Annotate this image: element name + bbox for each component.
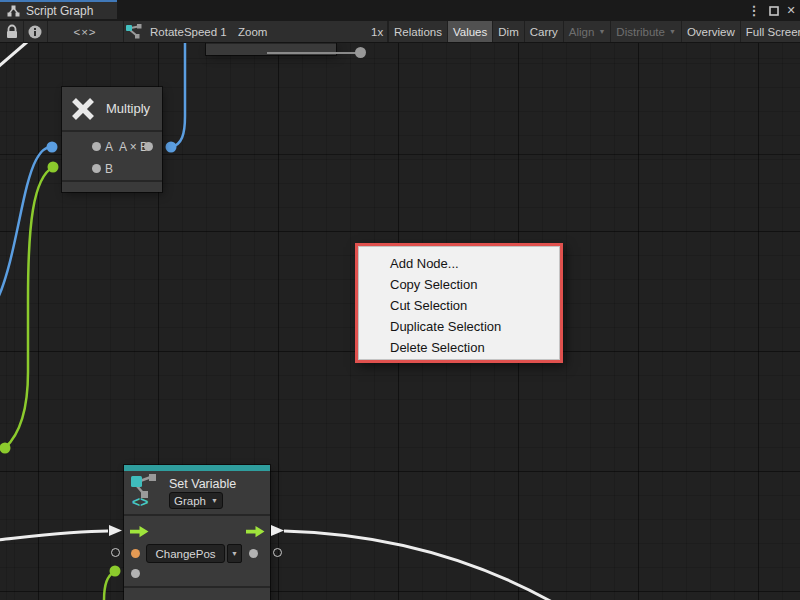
multiply-node-header[interactable]: Multiply bbox=[62, 87, 162, 130]
variable-name-dropdown-button[interactable]: ▼ bbox=[227, 544, 242, 563]
toolbar-buttons: Relations Values Dim Carry Align ▼ Distr… bbox=[388, 21, 800, 42]
lock-button[interactable] bbox=[0, 21, 23, 42]
wire-arrowhead-in bbox=[109, 525, 123, 537]
chevron-down-icon: ▼ bbox=[598, 28, 605, 35]
zoom-slider-handle[interactable] bbox=[355, 47, 366, 58]
unconnected-port-circle-left[interactable] bbox=[111, 548, 120, 557]
multiply-port-b-label: B bbox=[105, 162, 113, 176]
graph-node-icon bbox=[126, 24, 143, 39]
menu-item-copy-selection[interactable]: Copy Selection bbox=[358, 274, 560, 295]
chevron-down-icon: ▼ bbox=[669, 28, 676, 35]
separator bbox=[124, 514, 270, 516]
graph-breadcrumb[interactable]: RotateSpeed 1 bbox=[126, 21, 227, 42]
set-variable-icon: <> bbox=[130, 473, 162, 509]
variable-scope-dropdown[interactable]: Graph ▼ bbox=[169, 492, 223, 509]
align-label: Align bbox=[569, 26, 595, 38]
svg-text:<>: <> bbox=[132, 494, 148, 509]
separator bbox=[124, 586, 270, 588]
set-variable-node[interactable]: <> Set Variable Graph ▼ ChangePos ▼ bbox=[124, 465, 270, 600]
tab-bar: Script Graph ⋮ ✕ bbox=[0, 0, 800, 21]
set-variable-title: Set Variable bbox=[169, 477, 236, 491]
code-view-button[interactable]: <×> bbox=[47, 21, 123, 42]
zoom-value: 1x bbox=[371, 21, 383, 42]
values-button[interactable]: Values bbox=[447, 21, 492, 42]
multiply-node-title: Multiply bbox=[106, 101, 150, 116]
separator bbox=[62, 180, 162, 182]
flow-in-port-arrow[interactable] bbox=[130, 526, 149, 538]
multiply-port-b-dot[interactable] bbox=[92, 164, 101, 173]
variable-scope-value: Graph bbox=[174, 495, 206, 507]
menu-item-add-node[interactable]: Add Node... bbox=[358, 253, 560, 274]
multiply-x-icon bbox=[70, 96, 96, 122]
value-input-port-dot[interactable] bbox=[131, 569, 140, 578]
multiply-port-a-dot[interactable] bbox=[92, 142, 101, 151]
tab-script-graph[interactable]: Script Graph bbox=[0, 0, 117, 19]
wire-arrowhead-out bbox=[271, 525, 285, 537]
set-variable-accent-bar bbox=[124, 465, 270, 471]
variable-name-dropdown[interactable]: ChangePos bbox=[146, 544, 225, 563]
info-icon bbox=[28, 25, 42, 39]
zoom-slider-track[interactable] bbox=[267, 52, 357, 54]
separator bbox=[62, 130, 162, 132]
dim-button[interactable]: Dim bbox=[492, 21, 523, 42]
context-menu: Add Node... Copy Selection Cut Selection… bbox=[355, 243, 563, 363]
window-menu-icon[interactable]: ⋮ bbox=[749, 0, 759, 21]
graph-tab-icon bbox=[7, 5, 20, 17]
carry-button[interactable]: Carry bbox=[524, 21, 563, 42]
multiply-port-a-label: A bbox=[105, 140, 113, 154]
menu-item-duplicate-selection[interactable]: Duplicate Selection bbox=[358, 316, 560, 337]
flow-out-port-arrow[interactable] bbox=[246, 526, 265, 538]
info-button[interactable] bbox=[23, 21, 47, 42]
graph-breadcrumb-label: RotateSpeed 1 bbox=[150, 26, 227, 38]
distribute-dropdown[interactable]: Distribute ▼ bbox=[610, 21, 681, 42]
chevron-down-icon: ▼ bbox=[211, 497, 218, 504]
unconnected-port-circle-right[interactable] bbox=[273, 548, 282, 557]
script-graph-window: Multiply A A × B B <> Set Variable Graph… bbox=[0, 0, 800, 600]
graph-toolbar: <×> RotateSpeed 1 Zoom 1x Relations Valu… bbox=[0, 21, 800, 43]
divider bbox=[123, 21, 124, 42]
tab-label: Script Graph bbox=[26, 4, 93, 18]
multiply-node[interactable]: Multiply A A × B B bbox=[62, 87, 162, 192]
set-variable-out-port-dot[interactable] bbox=[249, 549, 258, 558]
full-screen-button[interactable]: Full Screen bbox=[740, 21, 800, 42]
menu-item-delete-selection[interactable]: Delete Selection bbox=[358, 337, 560, 358]
lock-icon bbox=[6, 24, 18, 39]
window-close-icon[interactable]: ✕ bbox=[784, 0, 798, 21]
relations-button[interactable]: Relations bbox=[388, 21, 447, 42]
variable-name-value: ChangePos bbox=[155, 548, 215, 560]
menu-item-cut-selection[interactable]: Cut Selection bbox=[358, 295, 560, 316]
distribute-label: Distribute bbox=[616, 26, 665, 38]
window-maximize-icon[interactable] bbox=[766, 0, 782, 21]
overview-button[interactable]: Overview bbox=[681, 21, 740, 42]
variable-name-port-dot[interactable] bbox=[131, 549, 140, 558]
align-dropdown[interactable]: Align ▼ bbox=[563, 21, 611, 42]
multiply-port-out-dot[interactable] bbox=[144, 142, 153, 151]
chevron-down-icon: ▼ bbox=[231, 550, 238, 557]
zoom-label: Zoom bbox=[238, 21, 267, 42]
